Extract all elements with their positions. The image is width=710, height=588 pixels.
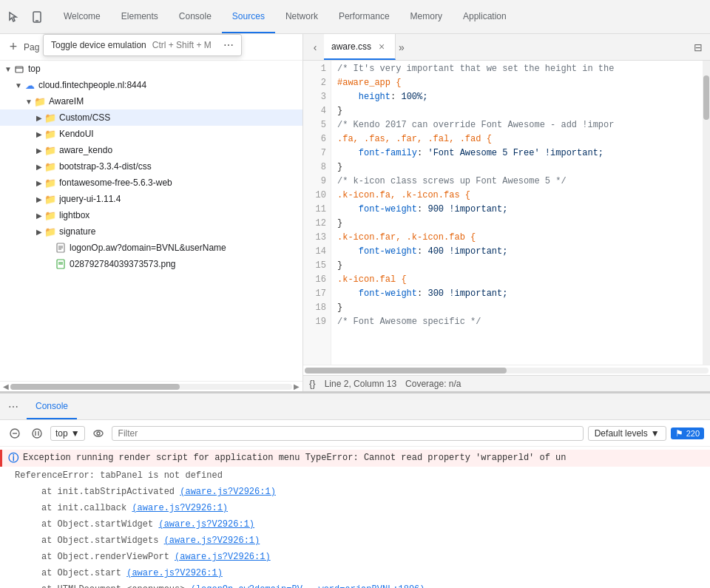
code-h-scrollbar[interactable] <box>305 368 709 374</box>
mobile-emulation-button[interactable] <box>27 7 47 27</box>
code-panel: ‹ aware.css × » ⊟ 1234567891011121314151… <box>303 34 710 391</box>
console-filter-input[interactable] <box>112 426 584 441</box>
console-tab-label: Console <box>36 401 68 411</box>
tree-item-fontawesome[interactable]: ▶ 📁 fontawesome-free-5.6.3-web <box>0 175 302 191</box>
horizontal-scrollbar[interactable] <box>10 384 292 390</box>
code-tab-aware-css[interactable]: aware.css × <box>324 34 396 60</box>
tree-item-png[interactable]: ▶ 028792784039373573.png <box>0 256 302 272</box>
line-number-3: 3 <box>303 90 326 104</box>
line-number-13: 13 <box>303 231 326 245</box>
tree-label-signature: signature <box>59 226 95 237</box>
console-output[interactable]: ⓘException running render script for app… <box>0 447 710 588</box>
main-area: + Pag ▼ top ▼ ☁ cloud.fintechpeopl <box>0 34 710 392</box>
code-line-12: } <box>337 217 697 231</box>
tree-item-customcss[interactable]: ▶ 📁 Custom/CSS <box>0 109 302 126</box>
tree-item-jquery-ui[interactable]: ▶ 📁 jquery-ui-1.11.4 <box>0 191 302 207</box>
scroll-left-button[interactable]: ◀ <box>1 382 10 391</box>
line-number-12: 12 <box>303 217 326 231</box>
line-number-1: 1 <box>303 62 326 76</box>
tree-icon-top <box>13 63 25 75</box>
console-line-0: ⓘException running render script for app… <box>0 450 710 467</box>
tree-label-fontawesome: fontawesome-free-5.6.3-web <box>59 178 172 188</box>
code-tab-prev-button[interactable]: ‹ <box>306 38 324 56</box>
svg-rect-2 <box>16 67 23 72</box>
tooltip-more-button[interactable]: ⋯ <box>223 39 234 51</box>
tab-application[interactable]: Application <box>453 0 517 33</box>
tree-item-awareich[interactable]: ▼ 📁 AwareIM <box>0 93 302 109</box>
tree-item-top[interactable]: ▼ top <box>0 61 302 77</box>
level-label: Default levels <box>595 428 648 439</box>
cursor-tool-button[interactable] <box>3 7 24 27</box>
code-line-19: /* Font Awesome specific */ <box>337 315 697 329</box>
tree-label-png: 028792784039373573.png <box>70 259 175 269</box>
tab-elements[interactable]: Elements <box>111 0 169 33</box>
scrollbar-thumb <box>10 384 180 390</box>
level-dropdown[interactable]: Default levels ▼ <box>588 426 666 441</box>
tree-item-bootstrap[interactable]: ▶ 📁 bootstrap-3.3.4-dist/css <box>0 158 302 175</box>
tree-item-kendoui[interactable]: ▶ 📁 KendoUI <box>0 126 302 142</box>
console-tab-console[interactable]: Console <box>27 393 77 419</box>
folder-icon-awareich: 📁 <box>34 95 46 107</box>
line-numbers: 12345678910111213141516171819 <box>303 61 331 365</box>
line-number-10: 10 <box>303 189 326 203</box>
code-tab-next-button[interactable]: ⊟ <box>689 38 707 56</box>
code-tabs: ‹ aware.css × » ⊟ <box>303 34 710 61</box>
console-link-2[interactable]: (aware.js?V2926:1) <box>180 487 276 497</box>
pages-label: Pag <box>24 42 39 53</box>
console-plain-text: ReferenceError: tabPanel is not defined <box>15 470 223 481</box>
tree-item-logonop[interactable]: ▶ logonOp.aw?domain=BVNL&userName <box>0 240 302 256</box>
code-line-16: .k-icon.fal { <box>337 273 697 287</box>
code-content[interactable]: /* It's very important that we set the h… <box>331 61 703 365</box>
tab-sources[interactable]: Sources <box>222 0 275 33</box>
console-line-5: at Object.startWidgets (aware.js?V2926:1… <box>0 533 710 549</box>
line-number-5: 5 <box>303 118 326 132</box>
console-link-4[interactable]: (aware.js?V2926:1) <box>158 519 254 530</box>
tree-label-lightbox: lightbox <box>59 210 89 220</box>
tree-arrow-fontawesome: ▶ <box>34 178 44 188</box>
tab-performance[interactable]: Performance <box>328 0 400 33</box>
tree-item-aware-kendo[interactable]: ▶ 📁 aware_kendo <box>0 142 302 158</box>
console-line-7: at Object.start (aware.js?V2926:1) <box>0 565 710 581</box>
code-tab-label: aware.css <box>331 41 371 52</box>
console-link-8[interactable]: (logonOp.aw?domain=BV...word=arjanBVNL:1… <box>191 584 425 588</box>
tab-welcome[interactable]: Welcome <box>53 0 111 33</box>
console-dots-button[interactable]: ⋯ <box>3 396 24 417</box>
console-link-6[interactable]: (aware.js?V2926:1) <box>175 552 271 562</box>
code-status-bar: {} Line 2, Column 13 Coverage: n/a <box>303 375 710 391</box>
tree-arrow-signature: ▶ <box>34 226 44 237</box>
error-text: Exception running render script for appl… <box>23 451 567 464</box>
line-number-15: 15 <box>303 259 326 273</box>
pretty-print-button[interactable]: {} <box>309 378 316 389</box>
console-tabs: ⋯ Console <box>0 393 710 420</box>
tree-item-cloud[interactable]: ▼ ☁ cloud.fintechpeople.nl:8444 <box>0 77 302 93</box>
console-link-3[interactable]: (aware.js?V2926:1) <box>132 503 228 513</box>
vertical-scrollbar[interactable] <box>703 61 710 365</box>
console-toolbar: top ▼ Default levels ▼ ⚑ 220 <box>0 420 710 447</box>
tooltip-shortcut: Ctrl + Shift + M <box>152 40 212 50</box>
tab-network[interactable]: Network <box>275 0 328 33</box>
code-line-9: /* k-icon class screws up Font Awesome 5… <box>337 175 697 189</box>
console-pause-button[interactable] <box>28 425 46 442</box>
console-link-7[interactable]: (aware.js?V2926:1) <box>126 568 223 578</box>
tab-memory[interactable]: Memory <box>400 0 453 33</box>
context-dropdown[interactable]: top ▼ <box>50 426 85 441</box>
devtools-tab-bar: Welcome Elements Console Sources Network… <box>53 0 707 33</box>
code-line-5: /* Kendo 2017 can override Font Awesome … <box>337 118 697 132</box>
code-line-2: #aware_app { <box>337 76 697 90</box>
code-tab-more-button[interactable]: » <box>399 41 405 53</box>
eye-button[interactable] <box>89 425 107 442</box>
tab-console[interactable]: Console <box>169 0 222 33</box>
console-clear-button[interactable] <box>6 425 24 442</box>
tooltip-label: Toggle device emulation <box>51 40 146 50</box>
tree-item-signature[interactable]: ▶ 📁 signature <box>0 223 302 240</box>
tree-item-lightbox[interactable]: ▶ 📁 lightbox <box>0 207 302 223</box>
tooltip-popup: Toggle device emulation Ctrl + Shift + M… <box>43 34 242 56</box>
line-number-16: 16 <box>303 273 326 287</box>
console-link-5[interactable]: (aware.js?V2926:1) <box>164 535 260 546</box>
add-workspace-button[interactable]: + <box>6 40 21 55</box>
tree-arrow-jquery-ui: ▶ <box>34 194 44 204</box>
scroll-right-button[interactable]: ▶ <box>292 382 301 391</box>
code-line-1: /* It's very important that we set the h… <box>337 62 697 76</box>
console-line-1: ReferenceError: tabPanel is not defined <box>0 467 710 484</box>
code-tab-close-button[interactable]: × <box>376 41 388 53</box>
